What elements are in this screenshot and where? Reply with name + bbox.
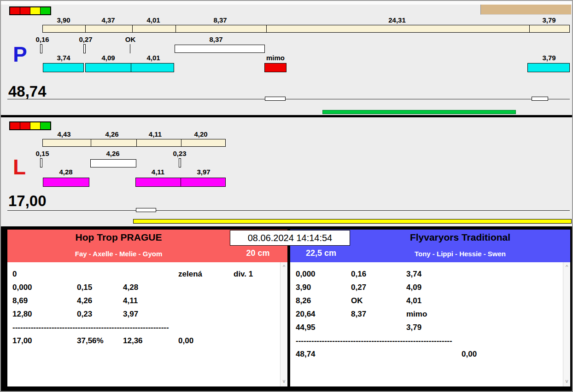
- segment-time-label: 3,90: [57, 16, 70, 24]
- scroll-up-icon[interactable]: ^: [281, 264, 287, 271]
- segment-divider: [529, 25, 530, 32]
- table-cell: 12,80: [12, 310, 32, 319]
- table-cell: 44,95: [296, 323, 316, 332]
- percentage-cell: 37,56%: [77, 336, 104, 346]
- table-cell: 8,69: [12, 296, 28, 306]
- lane-l-track-line: [7, 210, 570, 211]
- summary-cell: 0,00: [462, 350, 477, 359]
- segment-time-label: 4,01: [146, 16, 160, 24]
- split-time-label: OK: [125, 35, 136, 43]
- run-fault-label: mimo: [266, 54, 285, 62]
- split-time-label: 0,16: [35, 35, 49, 43]
- split-time-label: 4,26: [106, 150, 119, 157]
- segment-time-label: 4,26: [105, 130, 118, 138]
- left-panel-scrollbar[interactable]: ^ v: [280, 262, 287, 386]
- red-light-icon: [20, 7, 30, 14]
- table-cell: 3,74: [406, 270, 421, 279]
- start-lights-p: [9, 6, 51, 15]
- datetime-display: 08.06.2024 14:14:54: [230, 230, 350, 246]
- table-cell: 4,09: [406, 283, 421, 292]
- total-time-cell: 17,00: [12, 336, 32, 346]
- segment-time-label: 4,43: [57, 130, 70, 138]
- split-time-label: 0,27: [79, 35, 92, 43]
- table-cell: 4,11: [123, 296, 138, 306]
- table-row: 8,26 OK 4,01: [290, 296, 563, 310]
- segment-time-label: 3,79: [542, 16, 555, 24]
- lane-p-letter: P: [13, 44, 27, 65]
- left-team-results: 0 zelená div. 1 0,000 0,15 4,28 8,69 4,2…: [7, 262, 287, 386]
- left-team-members: Fay - Axelle - Melie - Gyom: [7, 250, 230, 258]
- run-time-label: 4,11: [152, 168, 164, 176]
- segment-divider: [175, 25, 176, 32]
- table-cell: 20,64: [296, 310, 316, 319]
- scroll-up-icon[interactable]: ^: [563, 264, 570, 271]
- red-light-icon: [10, 7, 20, 14]
- segment-time-label: 4,20: [194, 130, 207, 138]
- segment-time-label: 24,31: [388, 16, 406, 24]
- right-team-panel: Flyvaryors Traditional Tony - Lippi - He…: [290, 230, 570, 386]
- run-time-label: 4,01: [146, 54, 160, 62]
- changeover-marker: [40, 158, 42, 167]
- scroll-down-icon[interactable]: v: [563, 378, 570, 385]
- run-time-label: 3,97: [197, 168, 210, 176]
- table-cell: 0,000: [296, 270, 316, 279]
- changeover-marker: [83, 44, 86, 53]
- scroll-down-icon[interactable]: v: [281, 378, 287, 385]
- segment-divider: [132, 25, 133, 32]
- segment-divider: [266, 25, 267, 32]
- run-bar-cyan: [43, 63, 84, 72]
- summary-cell: 12,36: [123, 336, 143, 346]
- table-row: 12,80 0,23 3,97: [7, 310, 280, 323]
- table-cell: 8,26: [296, 296, 311, 306]
- run-bar-cyan: [527, 63, 570, 72]
- green-progress-bar: [322, 110, 516, 114]
- total-time-cell: 48,74: [296, 350, 316, 359]
- segment-divider: [85, 25, 86, 32]
- table-cell: div. 1: [234, 270, 253, 279]
- track-position-marker: [532, 97, 548, 101]
- segment-divider: [181, 139, 181, 146]
- changeover-marker: [179, 158, 181, 167]
- table-cell: 0,16: [351, 270, 366, 279]
- table-cell: 4,28: [123, 283, 138, 292]
- table-cell: 3,79: [406, 323, 421, 332]
- run-time-label: 3,79: [542, 54, 555, 62]
- summary-row: 17,00 37,56% 12,36 0,00: [7, 336, 280, 350]
- start-lights-l: [9, 121, 51, 130]
- yellow-light-icon: [30, 122, 40, 129]
- title-bar: [1, 1, 572, 5]
- red-light-icon: [20, 122, 30, 129]
- green-light-icon: [41, 7, 50, 14]
- left-team-panel: Hop Trop PRAGUE Fay - Axelle - Melie - G…: [7, 230, 287, 386]
- table-cell: 4,01: [406, 296, 421, 306]
- segment-time-label: 8,37: [213, 16, 227, 24]
- fault-bar-red: [264, 63, 286, 72]
- table-row: 8,69 4,26 4,11: [7, 296, 280, 310]
- table-cell: 4,26: [77, 296, 92, 306]
- yellow-progress-bar: [133, 219, 572, 224]
- run-bar-cyan: [85, 63, 131, 72]
- table-divider: ----------------------------------------…: [296, 336, 464, 346]
- table-cell: 3,97: [123, 310, 138, 319]
- split-time-label: 8,37: [209, 35, 222, 43]
- split-time-label: 0,15: [35, 150, 49, 157]
- run-bar-magenta: [181, 178, 226, 187]
- table-row: 44,95 3,79: [290, 323, 563, 336]
- right-team-name: Flyvaryors Traditional: [350, 232, 570, 243]
- split-time-label: 0,23: [173, 150, 186, 157]
- track-position-marker: [136, 208, 156, 212]
- table-cell: zelená: [178, 270, 202, 279]
- run-time-label: 3,74: [57, 54, 70, 62]
- segment-time-label: 4,37: [101, 16, 115, 24]
- table-cell: OK: [351, 296, 363, 306]
- run-time-label: 4,28: [59, 168, 72, 176]
- summary-row: 48,74 0,00: [290, 350, 563, 363]
- lane-p-total-time: 48,74: [8, 84, 47, 99]
- right-panel-scrollbar[interactable]: ^ v: [563, 262, 570, 386]
- segment-divider: [136, 139, 137, 146]
- right-team-results: 0,000 0,16 3,74 3,90 0,27 4,09 8,26 OK 4…: [290, 262, 570, 386]
- table-cell: 0,000: [12, 283, 32, 292]
- run-bar-magenta: [43, 178, 89, 187]
- lane-p-total-time-bar: [42, 25, 570, 33]
- ok-tick-marker: [130, 44, 130, 53]
